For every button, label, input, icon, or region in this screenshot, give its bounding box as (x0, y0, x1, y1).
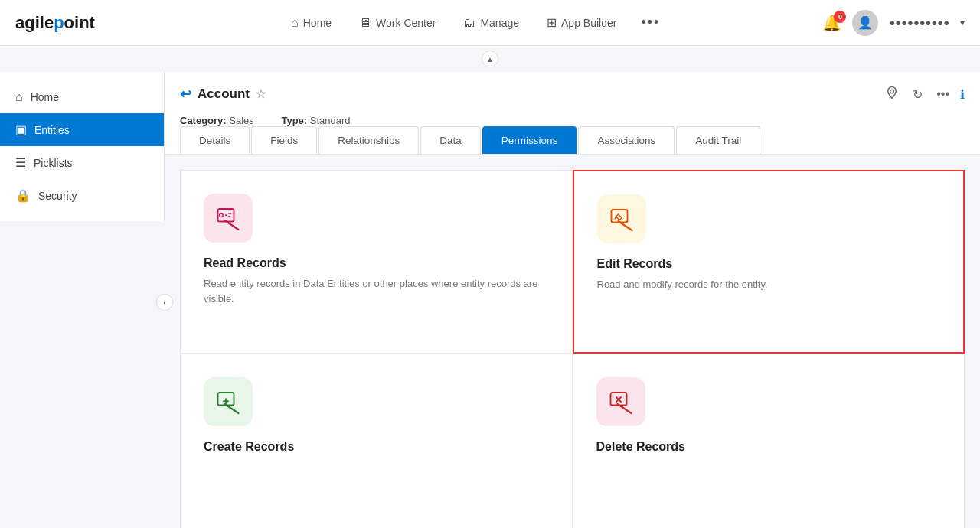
nav-more-button[interactable]: ••• (633, 8, 668, 37)
edit-records-desc: Read and modify records for the entity. (597, 277, 768, 292)
sidebar-item-entities[interactable]: ▣ Entities (0, 113, 164, 146)
content-area: Read Records Read entity records in Data… (165, 155, 980, 528)
home-nav-icon: ⌂ (291, 16, 299, 30)
tab-audit-trail[interactable]: Audit Trail (676, 126, 760, 154)
svg-point-3 (225, 214, 227, 216)
tabs: Details Fields Relationships Data Permis… (180, 126, 965, 154)
meta-actions: ↻ ••• ℹ (882, 83, 965, 106)
tab-data[interactable]: Data (420, 126, 481, 154)
entities-sidebar-icon: ▣ (15, 122, 27, 137)
page-title-row: ↩ Account ☆ ↻ ••• ℹ (180, 83, 965, 106)
notifications-button[interactable]: 🔔 0 (822, 14, 841, 32)
read-records-icon-wrap (204, 194, 253, 243)
tab-permissions[interactable]: Permissions (482, 126, 577, 154)
back-button[interactable]: ↩ (180, 86, 191, 103)
category-key: Category: (180, 115, 227, 126)
edit-records-icon-wrap (597, 194, 646, 243)
nav-manage[interactable]: 🗂 Manage (452, 10, 530, 36)
logo-dot: p (54, 13, 64, 32)
type-key: Type: (281, 115, 307, 126)
edit-records-card[interactable]: Edit Records Read and modify records for… (573, 170, 965, 354)
delete-records-title: Delete Records (596, 440, 686, 454)
info-icon[interactable]: ℹ (960, 87, 965, 102)
more-options-icon[interactable]: ••• (933, 84, 952, 104)
main-content: ↩ Account ☆ ↻ ••• ℹ Category: Sales (165, 72, 980, 528)
nav-home-label: Home (303, 17, 332, 29)
manage-icon: 🗂 (463, 16, 475, 30)
nav-home[interactable]: ⌂ Home (280, 10, 342, 36)
sidebar-entities-label: Entities (34, 124, 70, 136)
nav-work-center[interactable]: 🖥 Work Center (348, 10, 446, 36)
nav-right: 🔔 0 👤 ●●●●●●●●●● ▾ (822, 10, 965, 36)
nav-app-builder-label: App Builder (561, 17, 616, 29)
app-logo: agilepoint (15, 13, 95, 33)
home-sidebar-icon: ⌂ (15, 90, 23, 104)
monitor-icon: 🖥 (359, 16, 371, 30)
favorite-star-icon[interactable]: ☆ (256, 87, 266, 101)
sidebar-security-label: Security (38, 190, 77, 202)
read-records-card[interactable]: Read Records Read entity records in Data… (180, 170, 573, 354)
tab-associations[interactable]: Associations (578, 126, 675, 154)
read-records-title: Read Records (204, 256, 286, 270)
svg-rect-4 (228, 213, 232, 214)
nav-work-center-label: Work Center (376, 17, 436, 29)
user-avatar[interactable]: 👤 (852, 10, 878, 36)
user-menu-chevron[interactable]: ▾ (960, 18, 965, 28)
account-title: Account (198, 86, 250, 102)
sidebar-collapse-button[interactable]: ‹ (156, 294, 173, 311)
category-value: Sales (229, 115, 254, 126)
logo-text: agilepoint (15, 13, 95, 33)
svg-point-0 (890, 90, 894, 93)
security-sidebar-icon: 🔒 (15, 188, 31, 203)
notif-badge: 0 (834, 11, 846, 23)
tab-fields[interactable]: Fields (251, 126, 317, 154)
nav-manage-label: Manage (480, 17, 519, 29)
top-nav: agilepoint ⌂ Home 🖥 Work Center 🗂 Manage… (0, 0, 980, 46)
collapse-arrow-icon: ▲ (482, 51, 498, 67)
type-label: Type: Standard (281, 115, 362, 126)
create-records-icon-wrap (204, 377, 253, 426)
delete-records-card[interactable]: Delete Records (573, 354, 965, 528)
svg-point-2 (220, 213, 224, 217)
sidebar-picklists-label: Picklists (34, 157, 73, 169)
permissions-grid: Read Records Read entity records in Data… (180, 170, 965, 528)
sidebar-wrapper: ⌂ Home ▣ Entities ☰ Picklists 🔒 Security… (0, 72, 165, 528)
category-label: Category: Sales (180, 115, 269, 126)
app-builder-icon: ⊞ (547, 15, 557, 30)
nav-collapse-bar[interactable]: ▲ (0, 46, 980, 72)
tab-details[interactable]: Details (180, 126, 250, 154)
sidebar: ⌂ Home ▣ Entities ☰ Picklists 🔒 Security (0, 72, 165, 221)
delete-records-icon-wrap (596, 377, 645, 426)
main-layout: ⌂ Home ▣ Entities ☰ Picklists 🔒 Security… (0, 72, 980, 528)
create-records-card[interactable]: Create Records (180, 354, 573, 528)
tab-relationships[interactable]: Relationships (318, 126, 419, 154)
type-value: Standard (310, 115, 351, 126)
svg-rect-5 (228, 216, 230, 217)
page-meta: Category: Sales Type: Standard (180, 115, 965, 126)
sidebar-home-label: Home (31, 91, 59, 103)
sidebar-item-picklists[interactable]: ☰ Picklists (0, 146, 164, 179)
page-header: ↩ Account ☆ ↻ ••• ℹ Category: Sales (165, 72, 980, 155)
location-icon[interactable] (882, 83, 902, 106)
read-records-desc: Read entity records in Data Entities or … (204, 276, 549, 306)
user-name: ●●●●●●●●●● (889, 17, 949, 28)
nav-app-builder[interactable]: ⊞ App Builder (536, 9, 627, 36)
sidebar-item-home[interactable]: ⌂ Home (0, 81, 164, 113)
refresh-icon[interactable]: ↻ (910, 84, 926, 105)
edit-records-title: Edit Records (597, 257, 673, 271)
picklists-sidebar-icon: ☰ (15, 155, 26, 170)
create-records-title: Create Records (204, 440, 294, 454)
nav-items: ⌂ Home 🖥 Work Center 🗂 Manage ⊞ App Buil… (126, 8, 823, 37)
page-title: ↩ Account ☆ (180, 86, 266, 103)
sidebar-item-security[interactable]: 🔒 Security (0, 179, 164, 212)
